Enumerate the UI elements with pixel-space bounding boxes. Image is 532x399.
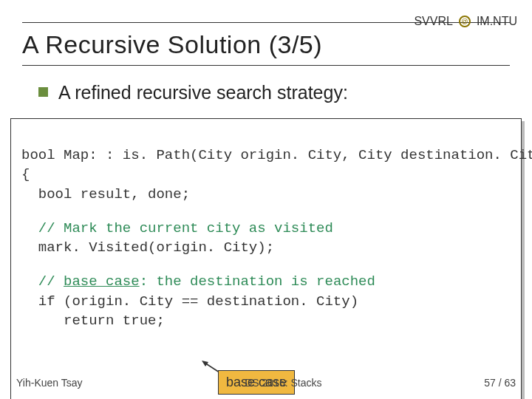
ntu-logo-icon: @ — [459, 16, 471, 27]
bullet-item: A refined recursive search strategy: — [0, 66, 532, 111]
code-line: { — [21, 166, 30, 183]
code-comment: // Mark the current city as visited — [21, 220, 333, 236]
code-line: bool Map: : is. Path(City origin. City, … — [21, 147, 532, 163]
footer-course: DS 2015: Stacks — [83, 377, 485, 389]
dept-name: IM.NTU — [477, 15, 517, 28]
header-right: SVVRL @ IM.NTU — [414, 15, 517, 28]
bullet-text: A refined recursive search strategy: — [58, 82, 348, 103]
slide-title: A Recursive Solution (3/5) — [22, 26, 510, 64]
code-line: if (origin. City == destination. City) — [21, 293, 358, 310]
code-line: return true; — [21, 313, 165, 329]
title-block: A Recursive Solution (3/5) — [0, 0, 532, 66]
footer-author: Yih-Kuen Tsay — [16, 377, 83, 389]
code-comment: // base case: the destination is reached — [21, 273, 375, 290]
bullet-square-icon — [38, 87, 48, 97]
code-line: bool result, done; — [21, 186, 190, 202]
svg-marker-1 — [202, 361, 208, 366]
code-block: bool Map: : is. Path(City origin. City, … — [10, 118, 522, 399]
code-block-container: bool Map: : is. Path(City origin. City, … — [0, 111, 532, 399]
code-line: mark. Visited(origin. City); — [21, 239, 274, 256]
footer-page: 57 / 63 — [484, 377, 516, 389]
footer: Yih-Kuen Tsay DS 2015: Stacks 57 / 63 — [0, 377, 532, 389]
lab-name: SVVRL — [414, 15, 452, 28]
